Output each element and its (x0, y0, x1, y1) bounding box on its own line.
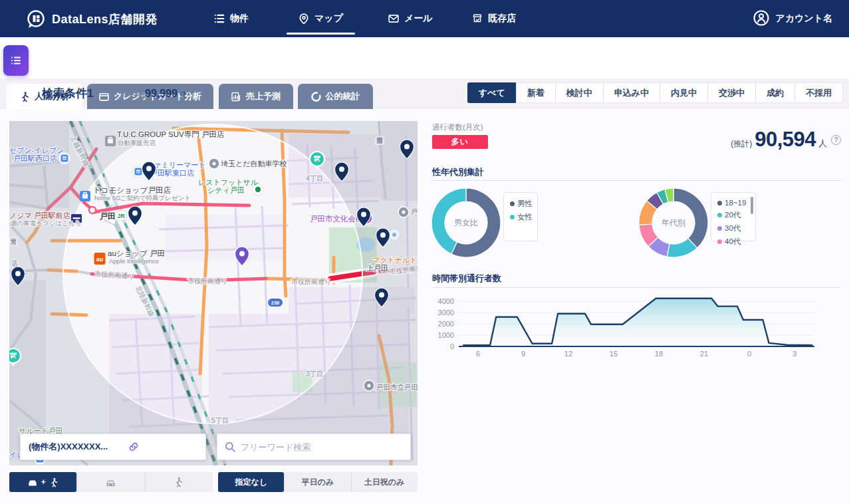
filter-内見中[interactable]: 内見中 (660, 83, 707, 102)
card-icon (99, 92, 109, 102)
chart-icon (231, 92, 241, 102)
brand[interactable]: DataLens店舗開発 (25, 9, 158, 30)
nav-item-mail[interactable]: メール (388, 0, 433, 37)
nav-item-list[interactable]: 物件 (214, 0, 249, 37)
x-axis-tick: 0 (747, 350, 751, 358)
map-poi-jr-icon[interactable]: JR (116, 211, 126, 220)
svg-text:au: au (96, 256, 104, 263)
tab-label: 売上予測 (246, 90, 281, 102)
legend-item: 男性 (510, 199, 537, 209)
mode-option-walk[interactable] (145, 472, 213, 492)
walker-icon (20, 92, 30, 102)
legend-label: 女性 (517, 212, 533, 222)
link-icon[interactable] (128, 441, 139, 452)
map-label: auショップ 戸田 (108, 249, 165, 257)
estimate-prefix: (推計) (731, 138, 752, 150)
nav-item-map-pin[interactable]: マップ (299, 0, 343, 37)
map-label: 戸田市文化会館 (310, 215, 364, 223)
map-label: 市役所南通り (187, 277, 227, 285)
map-label: Apple Intelligence (109, 257, 159, 265)
svg-text:JR: JR (117, 213, 125, 219)
traffic-estimate: (推計) 90,594 人 ? (731, 128, 841, 152)
person-circle-icon (753, 10, 769, 26)
map-poi-gray-icon[interactable] (398, 207, 409, 217)
mode-option-car-walk[interactable]: + (9, 472, 76, 492)
map-label: 戸 (411, 207, 418, 215)
nav-item-label: 物件 (230, 13, 249, 25)
search-condition-toolbar: 検索条件1 リスト件数 99,999件 すべて新着検討中申込み中内見中交渉中成約… (0, 37, 849, 78)
map-label: 自動車販売店 (118, 139, 156, 146)
help-icon[interactable]: ? (831, 135, 841, 145)
search-icon (225, 441, 235, 452)
keyword-search-field[interactable] (217, 434, 411, 460)
age-legend[interactable]: 18~1920代30代40代 (711, 192, 756, 241)
account-menu[interactable]: アカウント名 (753, 0, 832, 37)
keyword-search-input[interactable] (241, 442, 410, 452)
map-label: ドコモショップ戸田店 (93, 186, 171, 194)
search-condition-title: 検索条件1 (42, 86, 93, 101)
top-navbar: DataLens店舗開発 物件マップメール既存店 アカウント名 (0, 0, 849, 37)
filter-交渉中[interactable]: 交渉中 (707, 83, 755, 102)
day-option-土日祝のみ[interactable]: 土日祝のみ (351, 472, 418, 492)
app-window: DataLens店舗開発 物件マップメール既存店 アカウント名 検索条件1 リス… (0, 0, 849, 504)
legend-item: 女性 (510, 212, 537, 222)
filter-新着[interactable]: 新着 (516, 83, 555, 102)
plus-label: + (41, 477, 46, 487)
legend-scrollbar[interactable] (751, 197, 753, 214)
car-icon (105, 477, 116, 488)
map-poi-sq-icon[interactable] (80, 191, 90, 201)
status-filter-group: すべて新着検討中申込み中内見中交渉中成約不採用 (467, 82, 843, 103)
map-label: ノジマ 戸田駅前店 (9, 211, 70, 219)
map-label: マクドナルド (372, 256, 418, 264)
day-option-指定なし[interactable]: 指定なし (218, 472, 284, 492)
property-name-input[interactable] (29, 442, 128, 452)
map-poi-gray-icon[interactable] (209, 158, 219, 169)
nav-item-label: マップ (314, 13, 343, 25)
x-axis-tick: 9 (521, 350, 525, 358)
map-label: 3丁目 (306, 370, 324, 378)
map-label: 店 (11, 260, 18, 267)
map-label: 戸田駅東口店 (150, 169, 194, 177)
gender-donut-chart: 男女比 (429, 186, 503, 260)
donut-center-label: 年代別 (662, 218, 685, 227)
tab-公的統計[interactable]: 公的統計 (298, 84, 373, 109)
svg-text:236: 236 (271, 300, 280, 306)
map-label: 埼玉とだ自動車学校 (221, 160, 287, 168)
map-poi-sq-icon[interactable] (105, 136, 116, 146)
property-name-field[interactable] (20, 434, 206, 460)
map-label: T.U.C.GROUP SUV専門 戸田店 (117, 130, 225, 138)
map-label: セブン-イレブン (9, 146, 64, 154)
traffic-mode-toggle: + (9, 472, 213, 492)
map-canvas[interactable]: JRau236 セブン-イレブンセブン-イレブン戸田駅西口店戸田駅西口店T.U.… (9, 121, 418, 465)
filter-成約[interactable]: 成約 (755, 83, 794, 102)
legend-dot (717, 201, 722, 205)
map-label: レストフットサル (198, 178, 259, 186)
filter-申込み中[interactable]: 申込み中 (603, 83, 660, 102)
map-poi-shield-icon[interactable]: 236 (268, 299, 283, 307)
walk-icon (174, 477, 184, 487)
legend-label: 20代 (725, 210, 741, 220)
filter-不採用[interactable]: 不採用 (794, 83, 842, 102)
tab-売上予測[interactable]: 売上予測 (219, 84, 293, 109)
list-count-value: 99,999件 (145, 88, 187, 100)
x-axis-tick: 12 (564, 350, 572, 358)
ring-icon (311, 92, 321, 102)
condition-list-button[interactable] (3, 45, 29, 76)
legend-item: 30代 (717, 223, 755, 233)
map-label: 週の家電チラシはこちら (11, 219, 81, 227)
map-label: home 5Gご契約で特典プレゼント (94, 194, 191, 201)
nav-item-store[interactable]: 既存店 (472, 0, 516, 37)
mode-option-car[interactable] (76, 472, 144, 492)
map-poi-gray-icon[interactable] (364, 380, 374, 391)
map-poi-au-icon[interactable]: au (94, 253, 106, 265)
day-option-平日のみ[interactable]: 平日のみ (284, 472, 350, 492)
nav-item-label: 既存店 (488, 13, 516, 25)
area-fill (463, 299, 812, 346)
legend-item: 20代 (717, 210, 755, 220)
nav-item-label: メール (404, 13, 433, 25)
map-poi-round-icon[interactable] (89, 207, 96, 213)
filter-検討中[interactable]: 検討中 (555, 83, 603, 102)
filter-すべて[interactable]: すべて (467, 82, 517, 103)
map-label: シティ戸田 (207, 186, 245, 194)
y-axis-tick: 4000 (438, 297, 454, 305)
